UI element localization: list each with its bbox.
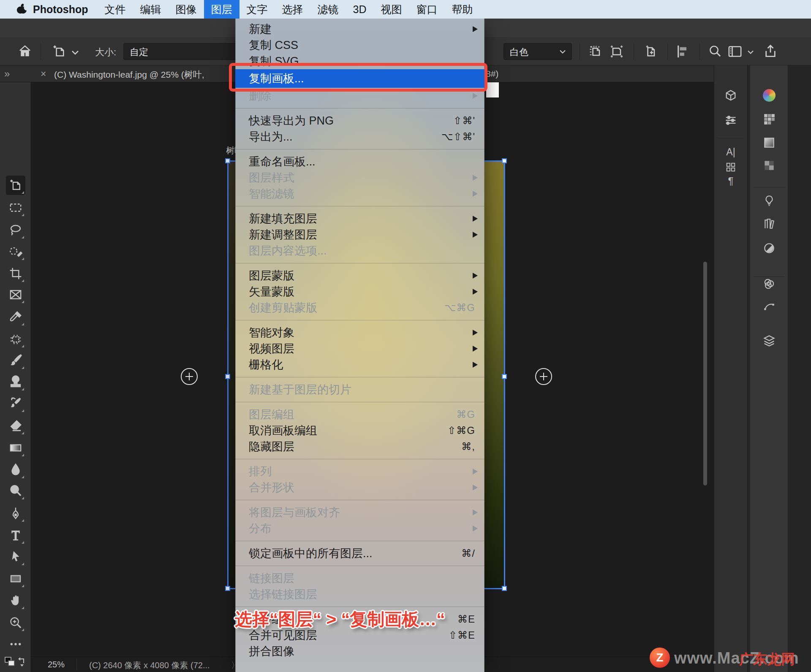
- menu-item-link-layers[interactable]: 链接图层: [235, 570, 484, 586]
- edit-toolbar-button[interactable]: [6, 634, 25, 654]
- menubar-item-edit[interactable]: 编辑: [133, 0, 169, 19]
- frame-tool[interactable]: [6, 285, 25, 304]
- shape-tool[interactable]: [6, 569, 25, 588]
- menu-item-align-layers-to-artboard[interactable]: 将图层与画板对齐: [235, 504, 484, 520]
- color-panel-icon[interactable]: [763, 89, 776, 102]
- properties-panel-icon[interactable]: [724, 114, 738, 127]
- gradients-panel-icon[interactable]: [763, 136, 776, 149]
- menu-item-select-linked-layers[interactable]: 选择链接图层: [235, 586, 484, 602]
- menubar-item-view[interactable]: 视图: [374, 0, 409, 19]
- glyphs-panel-icon[interactable]: [725, 162, 736, 173]
- eraser-tool[interactable]: [6, 416, 25, 436]
- search-icon[interactable]: [708, 44, 722, 58]
- home-icon[interactable]: [18, 44, 32, 58]
- menu-item-rename-artboard[interactable]: 重命名画板...: [235, 154, 484, 170]
- healing-patch-tool[interactable]: [6, 329, 25, 349]
- tab-close-icon[interactable]: ×: [41, 68, 46, 80]
- brush-tool[interactable]: [6, 351, 25, 370]
- zoom-level[interactable]: 25%: [48, 660, 65, 669]
- menu-item-video-layer[interactable]: 视频图层: [235, 341, 484, 357]
- gradient-tool[interactable]: [6, 438, 25, 458]
- align-icon[interactable]: [675, 44, 690, 59]
- move-artboard-icon[interactable]: [588, 44, 603, 59]
- default-colors-control[interactable]: [3, 656, 28, 672]
- new-artboard-icon[interactable]: [643, 44, 658, 59]
- menu-item-smart-object[interactable]: 智能对象: [235, 325, 484, 341]
- menu-item-quick-export-png[interactable]: 快速导出为 PNG⇧⌘': [235, 113, 484, 129]
- artboard-label[interactable]: 树叶: [226, 145, 236, 156]
- eyedropper-tool[interactable]: [6, 307, 25, 327]
- menu-item-create-clipping-mask[interactable]: 创建剪贴蒙版⌥⌘G: [235, 300, 484, 316]
- fill-color-swatch[interactable]: [486, 82, 499, 98]
- menu-item-layer-style[interactable]: 图层样式: [235, 170, 484, 186]
- menu-item-distribute[interactable]: 分布: [235, 520, 484, 537]
- chevron-down-icon[interactable]: [71, 50, 79, 56]
- character-panel-icon[interactable]: A|: [726, 146, 735, 158]
- share-icon[interactable]: [763, 44, 778, 59]
- crop-tool[interactable]: [6, 264, 25, 283]
- paths-panel-icon[interactable]: [763, 300, 776, 313]
- menubar-item-select[interactable]: 选择: [275, 0, 310, 19]
- menu-item-smart-filter[interactable]: 智能滤镜: [235, 186, 484, 202]
- blur-tool[interactable]: [6, 460, 25, 480]
- libraries-panel-icon[interactable]: [763, 217, 776, 230]
- menu-item-ungroup-artboards[interactable]: 取消画板编组⇧⌘G: [235, 423, 484, 439]
- menu-item-flatten-image[interactable]: 拼合图像: [235, 643, 484, 659]
- menubar-item-window[interactable]: 窗口: [409, 0, 445, 19]
- 3d-panel-icon[interactable]: [724, 89, 738, 103]
- menubar-item-layer[interactable]: 图层: [204, 0, 239, 19]
- menu-item-export-as[interactable]: 导出为...⌥⇧⌘': [235, 129, 484, 145]
- selection-handle[interactable]: [225, 158, 230, 163]
- add-artboard-right-button[interactable]: [535, 368, 552, 385]
- rectangular-marquee-tool[interactable]: [6, 198, 25, 217]
- menu-item-rasterize[interactable]: 栅格化: [235, 357, 484, 373]
- menu-item-layer-mask[interactable]: 图层蒙版: [235, 268, 484, 284]
- menu-item-new-fill-layer[interactable]: 新建填充图层: [235, 211, 484, 227]
- chevron-down-icon[interactable]: [747, 50, 754, 55]
- object-selection-tool[interactable]: [6, 242, 25, 261]
- menubar-item-file[interactable]: 文件: [98, 0, 133, 19]
- apple-icon[interactable]: [16, 3, 27, 16]
- channels-panel-icon[interactable]: [763, 277, 776, 290]
- menubar-item-3d[interactable]: 3D: [346, 0, 374, 19]
- selection-handle[interactable]: [225, 586, 230, 591]
- lasso-tool[interactable]: [6, 220, 25, 240]
- selection-handle[interactable]: [502, 374, 507, 379]
- type-tool[interactable]: [6, 526, 25, 545]
- adjustments-panel-icon[interactable]: [763, 242, 776, 255]
- add-artboard-left-button[interactable]: [181, 368, 198, 385]
- layers-panel-icon[interactable]: [762, 334, 776, 347]
- menu-item-new[interactable]: 新建: [235, 21, 484, 37]
- dodge-tool[interactable]: [6, 481, 25, 501]
- menu-item-group-layers[interactable]: 图层编组⌘G: [235, 406, 484, 423]
- hand-tool[interactable]: [6, 591, 25, 610]
- swatches-panel-icon[interactable]: [763, 113, 776, 125]
- canvas-scrollbar[interactable]: [703, 262, 707, 485]
- menu-item-vector-mask[interactable]: 矢量蒙版: [235, 284, 484, 300]
- menu-item-layer-content-options[interactable]: 图层内容选项...: [235, 243, 484, 259]
- menubar-item-filter[interactable]: 滤镜: [310, 0, 346, 19]
- zoom-tool[interactable]: [6, 613, 25, 632]
- clone-stamp-tool[interactable]: [6, 372, 25, 392]
- menubar-app-name[interactable]: Photoshop: [27, 0, 98, 19]
- selection-handle[interactable]: [502, 586, 507, 591]
- menu-item-lock-all-layers-in-artboard[interactable]: 锁定画板中的所有图层...⌘/: [235, 545, 484, 561]
- patterns-panel-icon[interactable]: [763, 159, 776, 172]
- menubar-item-type[interactable]: 文字: [239, 0, 275, 19]
- learn-panel-icon[interactable]: [763, 195, 776, 207]
- tab-overflow-icon[interactable]: »: [4, 68, 10, 80]
- pen-tool[interactable]: [6, 504, 25, 523]
- menu-item-arrange[interactable]: 排列: [235, 463, 484, 480]
- menubar-item-image[interactable]: 图像: [169, 0, 204, 19]
- selection-handle[interactable]: [502, 158, 507, 163]
- menu-item-new-adjustment-layer[interactable]: 新建调整图层: [235, 227, 484, 243]
- artboard-tool[interactable]: [6, 176, 25, 195]
- history-brush-tool[interactable]: [6, 394, 25, 413]
- document-tab-title[interactable]: (C) Washington-leaf.jpg @ 25% (树叶,: [54, 69, 204, 81]
- menu-item-copy-css[interactable]: 复制 CSS: [235, 37, 484, 53]
- resize-artboard-icon[interactable]: [609, 44, 624, 59]
- fill-color-dropdown[interactable]: 白色: [503, 43, 572, 60]
- workspace-icon[interactable]: [727, 44, 743, 59]
- selection-handle[interactable]: [225, 374, 230, 379]
- artboard-tool-preset-icon[interactable]: [52, 44, 67, 59]
